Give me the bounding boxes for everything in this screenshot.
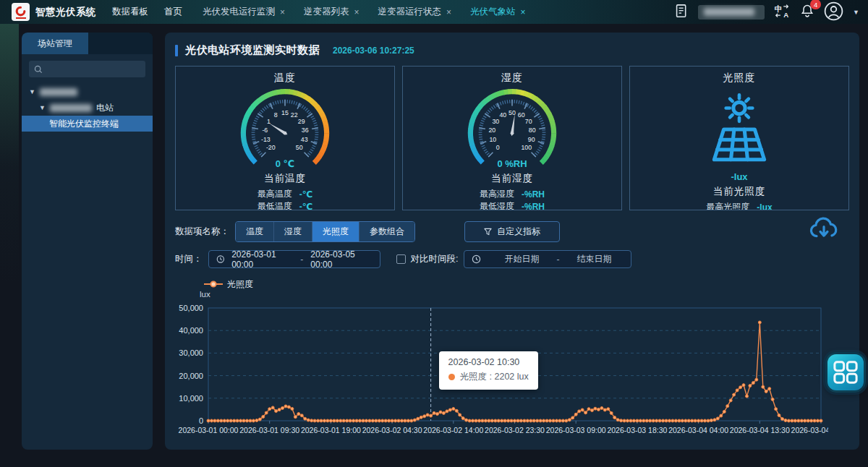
page-title: 光伏电站环境监测实时数据 [185,43,320,57]
tab-strip: 光伏发电运行监测 × 逆变器列表 × 逆变器运行状态 × 光伏气象站 × [203,6,526,18]
tab-inverter-status[interactable]: 逆变器运行状态 × [378,6,452,18]
svg-text:2026-03-04 04:00: 2026-03-04 04:00 [668,426,728,434]
svg-text:0: 0 [199,416,203,425]
svg-text:8: 8 [274,111,278,119]
language-switch-icon[interactable]: 中 A [774,4,791,21]
legend-marker-icon [204,280,223,288]
menu-dashboard[interactable]: 数据看板 [112,6,148,18]
topbar: 智慧光伏系统 数据看板 首页 光伏发电运行监测 × 逆变器列表 × 逆变器运行状… [0,0,868,24]
sidebar-header: 场站管理 [22,33,153,54]
svg-text:-20: -20 [266,144,276,151]
panel-title: 湿度 [403,72,621,85]
tree-node-smart-pv-terminal[interactable]: 智能光伏监控终端 [22,116,153,132]
notification-bell-icon[interactable]: 4 [800,4,814,20]
tooltip-timestamp: 2026-03-02 10:30 [448,357,529,367]
svg-text:2026-03-01 09:30: 2026-03-01 09:30 [239,426,299,434]
close-icon[interactable]: × [280,7,285,17]
tab-pv-generation-monitor[interactable]: 光伏发电运行监测 × [203,6,285,18]
tab-inverter-list[interactable]: 逆变器列表 × [304,6,359,18]
panel-title: 光照度 [630,72,848,85]
close-icon[interactable]: × [446,7,451,17]
humidity-panel: 湿度 0102030405060708090100 0 %RH 当前湿度 最高湿… [402,66,622,210]
svg-text:-6: -6 [262,127,268,134]
svg-text:A: A [783,11,788,19]
svg-text:43: 43 [301,136,308,143]
metric-button-humidity[interactable]: 湿度 [273,222,312,241]
solar-panel-icon [630,85,848,170]
chevron-down-icon[interactable]: ▼ [853,9,859,16]
stat-value: -℃ [299,202,313,211]
redacted-search-text [704,8,754,16]
top-menu: 数据看板 首页 [112,6,182,18]
tree-node-root[interactable]: ▼ [22,84,153,100]
stat-label: 最高湿度 [480,188,514,200]
sidebar-search-input[interactable] [29,61,145,77]
svg-text:0: 0 [496,144,500,151]
app-title: 智慧光伏系统 [35,6,96,19]
avatar[interactable] [824,1,843,23]
compare-start-placeholder: 开始日期 [504,253,539,265]
cloud-download-icon[interactable] [807,215,841,246]
svg-text:30,000: 30,000 [179,348,203,357]
svg-text:2026-03-01 19:00: 2026-03-01 19:00 [301,426,361,434]
svg-text:2026-03-02 14:00: 2026-03-02 14:00 [423,426,483,434]
panel-title: 温度 [176,72,394,85]
stat-value: -%RH [522,189,545,200]
metric-button-illuminance[interactable]: 光照度 [312,222,359,241]
current-humidity-label: 当前湿度 [403,172,621,185]
tab-pv-weather-station[interactable]: 光伏气象站 × [470,6,526,18]
menu-home[interactable]: 首页 [164,6,182,18]
svg-text:10: 10 [489,136,496,143]
svg-text:2026-03-01 00:00: 2026-03-01 00:00 [179,426,239,434]
svg-text:80: 80 [529,127,536,134]
svg-text:29: 29 [298,118,305,125]
tree-expand-icon[interactable]: ▼ [39,104,46,111]
close-icon[interactable]: × [521,7,526,17]
svg-text:50: 50 [296,144,303,151]
stat-value: -lux [757,202,772,211]
svg-text:40,000: 40,000 [179,326,203,335]
metric-button-temperature[interactable]: 温度 [236,222,273,241]
current-temperature-value: 0 ℃ [176,158,394,170]
data-item-label: 数据项名称： [175,226,229,238]
custom-indicator-button[interactable]: 自定义指标 [464,221,560,242]
svg-text:2026-03-02 04:30: 2026-03-02 04:30 [362,426,422,434]
sidebar: 场站管理 ▼ ▼ 电站 智能光伏监控终端 [22,33,153,450]
svg-text:70: 70 [525,118,532,125]
redacted-region-name [40,88,77,96]
svg-text:15: 15 [281,109,289,116]
end-date-value: 2026-03-05 00:00 [310,249,372,270]
svg-text:36: 36 [302,127,309,134]
tab-station-management[interactable]: 场站管理 [22,33,88,54]
app-logo-icon [12,3,30,21]
current-humidity-value: 0 %RH [403,158,621,170]
legend-illuminance[interactable]: 光照度 [204,278,859,290]
compare-period-checkbox[interactable] [396,254,406,264]
quick-nav-button[interactable] [825,352,866,393]
station-suffix: 电站 [96,102,114,114]
svg-text:22: 22 [291,111,298,119]
close-icon[interactable]: × [354,7,359,17]
compare-date-range-picker[interactable]: 开始日期 - 结束日期 [464,250,631,268]
topbar-search-input[interactable] [698,5,765,20]
time-label: 时间： [175,253,203,265]
station-tree: ▼ ▼ 电站 智能光伏监控终端 [22,84,153,132]
stat-label: 最高光照度 [706,201,749,210]
tree-node-station[interactable]: ▼ 电站 [22,100,153,116]
temperature-panel: 温度 -20-13-618152229364350 0 ℃ 当前温度 最高温度-… [175,66,395,210]
tree-expand-icon[interactable]: ▼ [29,88,35,95]
svg-text:20: 20 [488,127,495,134]
tooltip-series-dot [448,374,455,380]
start-date-value: 2026-03-01 00:00 [231,249,293,270]
stat-label: 最低温度 [258,200,292,210]
notification-badge: 4 [810,0,821,9]
stat-value: -%RH [522,202,545,211]
date-range-picker[interactable]: 2026-03-01 00:00 - 2026-03-05 00:00 [208,250,380,268]
svg-text:2026-03-03 18:30: 2026-03-03 18:30 [607,426,667,434]
clock-icon [472,254,481,264]
svg-text:10,000: 10,000 [179,394,203,403]
svg-text:90: 90 [528,136,535,143]
document-log-icon[interactable] [675,4,689,21]
metric-button-parameter-combo[interactable]: 参数组合 [359,222,414,241]
filter-icon [484,228,492,236]
